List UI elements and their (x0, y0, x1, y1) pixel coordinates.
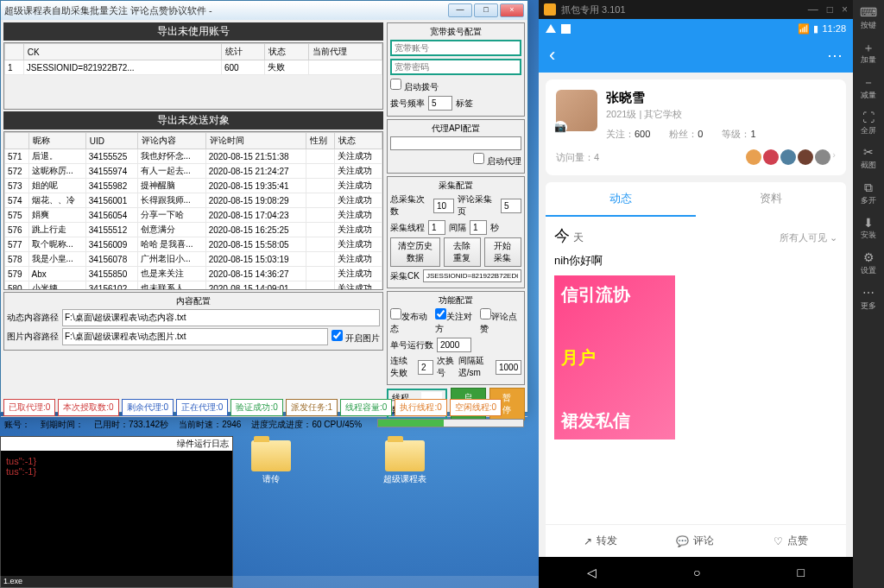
table-row[interactable]: 573姐的呢34155982提神醒脑2020-08-15 19:35:41关注成… (5, 179, 382, 193)
minimize-button[interactable]: — (448, 3, 472, 17)
config-column: 宽带拨号配置 启动拨号 拨号频率 标签 代理API配置 启动代理 (387, 22, 525, 423)
table-row[interactable]: 580小米姨34156102也未联系人...2020-08-15 14:09:0… (5, 281, 382, 291)
console-title: 绿件运行日志 (1, 437, 232, 451)
enable-proxy-checkbox[interactable]: 启动代理 (473, 153, 521, 168)
sidebar-item[interactable]: ⚙设置 (861, 250, 876, 275)
foot-progress-label: 进度完成进度：60 CPU/45% (251, 419, 362, 431)
nav-home-icon[interactable]: ○ (693, 566, 700, 579)
interval-input[interactable] (470, 220, 487, 235)
sidebar-item[interactable]: ⌨按键 (860, 5, 877, 30)
sidebar-item[interactable]: ⋯更多 (861, 286, 876, 311)
clear-history-button[interactable]: 清空历史数据 (390, 237, 440, 267)
desktop-folder[interactable]: 请传 (246, 440, 296, 485)
post-image[interactable]: 信引流协月户裙发私信 (554, 275, 675, 439)
nav-recent-icon[interactable]: □ (798, 566, 805, 579)
share-button[interactable]: ↗ 转发 (584, 534, 617, 548)
table-row[interactable]: 575娟爽34156054分享一下哈2020-08-15 17:04:23关注成… (5, 208, 382, 223)
like-button[interactable]: ♡ 点赞 (774, 534, 808, 548)
dedupe-button[interactable]: 去除重复 (444, 237, 481, 267)
table-row[interactable]: 1JSESSIONID=821922B72...600失败 (5, 60, 382, 75)
emu-max-icon[interactable]: □ (827, 3, 833, 16)
sidebar-item[interactable]: ⧉多开 (861, 180, 876, 205)
console-window[interactable]: 绿件运行日志 tus":-1}tus":-1} (0, 436, 233, 588)
table-row[interactable]: 578我是小皇...34156078广州老旧小...2020-08-15 15:… (5, 252, 382, 267)
dyn-path-input[interactable]: F:\桌面\超级课程表\动态内容.txt (62, 309, 380, 326)
total-input[interactable] (433, 199, 454, 213)
avatar[interactable] (556, 90, 597, 131)
sidebar-item[interactable]: ⬇安装 (861, 216, 876, 241)
collect-title: 采集配置 (390, 180, 521, 192)
profile-sub: 2021级 | 其它学校 (606, 108, 756, 121)
warning-icon (546, 24, 556, 33)
app-header: ‹ ⋯ (539, 38, 853, 73)
comment-button[interactable]: 💬 评论 (676, 534, 714, 548)
foot-speed: 当前时速：2946 (179, 419, 241, 431)
content-config-box: 内容配置 动态内容路径 F:\桌面\超级课程表\动态内容.txt 图片内容路径 … (3, 292, 383, 351)
ck-input[interactable] (423, 269, 521, 282)
run-count-input[interactable] (437, 338, 471, 352)
visibility-selector[interactable]: 所有人可见 ⌄ (780, 231, 837, 244)
stat-badge: 执行线程:0 (395, 399, 446, 416)
publish-checkbox[interactable]: 发布动态 (390, 308, 432, 335)
sidebar-item[interactable]: ✂截图 (861, 145, 876, 170)
section2-header: 导出未发送对象 (3, 111, 383, 130)
freq-input[interactable] (428, 96, 452, 111)
emu-close-icon[interactable]: × (842, 3, 848, 16)
footer: 账号： 到期时间： 已用时：733.142秒 当前时速：2946 进度完成进度：… (1, 416, 527, 433)
tag-label: 标签 (456, 98, 473, 110)
taskbar[interactable]: 1.exe (0, 576, 539, 588)
table-row[interactable]: 574烟花、、冷34156001长得跟我师...2020-08-15 19:08… (5, 193, 382, 208)
freq-label: 拨号频率 (390, 98, 425, 110)
table-row[interactable]: 577取个昵称...34156009哈哈 是我喜...2020-08-15 15… (5, 237, 382, 252)
back-icon[interactable]: ‹ (549, 44, 555, 66)
start-collect-button[interactable]: 开始采集 (484, 237, 521, 267)
sidebar-item[interactable]: ⛶全屏 (861, 111, 876, 136)
stat-badge: 验证成功:0 (230, 399, 282, 416)
stat-badge: 线程容量:0 (340, 399, 392, 416)
follow-checkbox[interactable]: 关注对方 (435, 308, 477, 335)
img-checkbox[interactable]: 开启图片 (332, 330, 380, 345)
fail-input[interactable] (418, 360, 433, 375)
app-indicator-icon (561, 24, 571, 34)
app-title: 超级课程表自助采集批量关注 评论点赞协议软件 - (4, 4, 212, 17)
img-path-input[interactable]: F:\桌面\超级课程表\动态图片.txt (62, 328, 328, 345)
dialup-box: 宽带拨号配置 启动拨号 拨号频率 标签 (387, 22, 525, 117)
section1-header: 导出未使用账号 (3, 22, 383, 41)
delay-input[interactable] (496, 360, 521, 375)
nav-back-icon[interactable]: ◁ (587, 566, 597, 579)
close-button[interactable]: × (500, 3, 524, 17)
accounts-table: CK统计状态当前代理1JSESSIONID=821922B72...600失败 (4, 43, 382, 75)
sidebar-item[interactable]: －减量 (861, 75, 876, 100)
proxy-api-input[interactable] (390, 136, 521, 150)
targets-table-wrap[interactable]: 昵称UID评论内容评论时间性别状态571后退。34155525我也好怀念...2… (3, 131, 383, 290)
table-row[interactable]: 572这昵称厉...34155974有人一起去...2020-08-15 21:… (5, 164, 382, 179)
maximize-button[interactable]: □ (474, 3, 498, 17)
accounts-table-wrap[interactable]: CK统计状态当前代理1JSESSIONID=821922B72...600失败 (3, 42, 383, 110)
table-row[interactable]: 579Abx34155850也是来关注2020-08-15 14:36:27关注… (5, 267, 382, 281)
stat-badge: 正在代理:0 (176, 399, 228, 416)
sidebar-item[interactable]: ＋加量 (861, 41, 876, 66)
visitor-avatars[interactable]: › (746, 149, 836, 165)
profile-card: 张晓雪 2021级 | 其它学校 关注：600 粉丝：0 等级：1 访问量：4 (546, 79, 846, 175)
desktop-folder[interactable]: 超级课程表 (380, 440, 430, 485)
pages-input[interactable] (501, 199, 521, 213)
foot-account: 账号： (4, 419, 30, 431)
emu-min-icon[interactable]: — (808, 3, 818, 16)
proxy-box: 代理API配置 启动代理 (387, 119, 525, 174)
bb-account-input[interactable] (390, 40, 521, 56)
col-thread-input[interactable] (428, 220, 445, 235)
stat-badge: 剩余代理:0 (122, 399, 174, 416)
like-checkbox[interactable]: 评论点赞 (480, 308, 521, 335)
stat-badge: 已取代理:0 (3, 399, 55, 416)
emulator-titlebar[interactable]: 抓包专用 3.101 — □ × (539, 0, 853, 19)
tab-posts[interactable]: 动态 (546, 182, 696, 217)
titlebar[interactable]: 超级课程表自助采集批量关注 评论点赞协议软件 - — □ × (1, 1, 527, 20)
tab-info[interactable]: 资料 (696, 182, 846, 217)
more-icon[interactable]: ⋯ (827, 46, 843, 65)
table-row[interactable]: 576跳上行走34155512创意满分2020-08-15 16:25:25关注… (5, 223, 382, 237)
table-row[interactable]: 571后退。34155525我也好怀念...2020-08-15 21:51:3… (5, 149, 382, 164)
profile-stats: 关注：600 粉丝：0 等级：1 (606, 128, 756, 141)
enable-dialup-checkbox[interactable]: 启动拨号 (390, 79, 439, 93)
bb-password-input[interactable] (390, 59, 521, 75)
feed[interactable]: 今 天 所有人可见 ⌄ nih你好啊 信引流协月户裙发私信 (546, 217, 846, 524)
